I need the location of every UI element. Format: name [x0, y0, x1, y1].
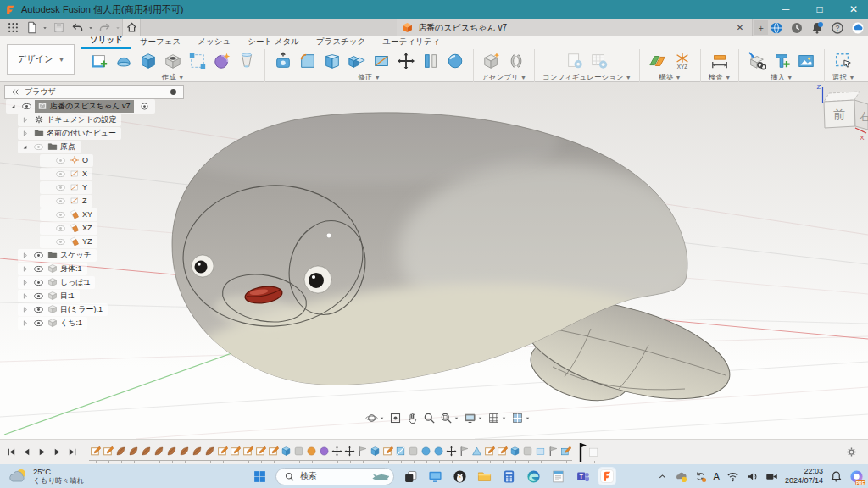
tray-onedrive-icon[interactable]	[675, 470, 687, 483]
timeline-play-button[interactable]	[37, 447, 47, 457]
help-icon[interactable]: ?	[831, 21, 844, 35]
tree-arrow-icon[interactable]	[19, 291, 31, 302]
new-component-icon[interactable]	[481, 51, 502, 71]
look-at-tool[interactable]	[389, 412, 402, 424]
visibility-eye-icon[interactable]	[33, 318, 44, 329]
browser-item-6[interactable]: Y	[4, 180, 184, 194]
browser-item-1[interactable]: ドキュメントの設定	[4, 113, 184, 126]
grid-settings-tool[interactable]	[487, 412, 507, 424]
browser-item-label[interactable]: 原点	[60, 141, 75, 152]
insert-svg-icon[interactable]	[771, 51, 792, 71]
browser-item-label[interactable]: XZ	[82, 224, 92, 232]
measure-icon[interactable]	[709, 51, 730, 71]
timeline-settings-gear-icon[interactable]	[845, 446, 858, 458]
create-sketch-icon[interactable]	[89, 51, 109, 71]
timeline-feature-sketch[interactable]	[102, 444, 114, 459]
browser-item-14[interactable]: 目:1	[4, 289, 184, 302]
press-pull-icon[interactable]	[273, 51, 293, 71]
visibility-eye-icon[interactable]	[33, 291, 44, 302]
hole-icon[interactable]	[163, 51, 183, 71]
timeline-feature-sphere[interactable]	[420, 444, 432, 459]
shell-icon[interactable]	[322, 51, 342, 71]
tree-arrow-icon[interactable]	[19, 250, 31, 261]
home-view-icon[interactable]	[122, 19, 141, 36]
browser-item-label[interactable]: YZ	[82, 237, 92, 246]
timeline-feature-sketch[interactable]	[254, 444, 267, 459]
profile-avatar[interactable]	[851, 21, 865, 35]
visibility-eye-icon[interactable]	[55, 155, 66, 166]
ribbon-tab-3[interactable]: シート メタル	[239, 36, 308, 49]
browser-item-16[interactable]: くち:1	[4, 316, 184, 330]
browser-item-2[interactable]: 名前の付いたビュー	[4, 126, 184, 140]
taskbar-app-file-explorer[interactable]	[476, 468, 492, 485]
taskbar-app-teams[interactable]: T	[574, 468, 591, 485]
taskbar-app-penguin-app[interactable]	[451, 468, 468, 485]
browser-item-label[interactable]: 身体:1	[60, 263, 82, 274]
browser-item-12[interactable]: 身体:1	[4, 262, 184, 275]
notifications-icon[interactable]	[810, 21, 824, 35]
browser-item-11[interactable]: スケッチ	[4, 248, 184, 262]
tray-camera-icon[interactable]	[765, 470, 778, 483]
tray-copilot-icon[interactable]: PRE	[849, 469, 864, 484]
ribbon-tab-5[interactable]: ユーティリティ	[374, 36, 448, 49]
physical-material-icon[interactable]	[445, 51, 465, 71]
taskbar-app-fusion[interactable]	[598, 468, 615, 485]
visibility-eye-icon[interactable]	[33, 250, 44, 261]
browser-item-label[interactable]: 目(ミラー):1	[60, 304, 103, 315]
tree-arrow-icon[interactable]	[19, 277, 31, 288]
ribbon-tab-2[interactable]: メッシュ	[189, 36, 239, 49]
timeline-feature-move[interactable]	[331, 444, 343, 459]
timeline-feature-gray[interactable]	[292, 444, 305, 459]
minimize-button[interactable]: ─	[771, 0, 800, 19]
app-grid-icon[interactable]	[3, 19, 22, 36]
pattern-icon[interactable]	[187, 51, 208, 71]
browser-item-7[interactable]: Z	[4, 194, 184, 208]
browser-item-8[interactable]: XY	[4, 208, 184, 221]
viewport-3d[interactable]: 前 右 Z X ブラウザ 店番のスピスちゃん v7ドキュメントの設定名前の付いた…	[0, 82, 868, 439]
redo-icon[interactable]	[95, 19, 114, 36]
extensions-icon[interactable]	[770, 21, 783, 35]
tree-arrow-icon[interactable]	[19, 114, 31, 125]
timeline-skip-start-button[interactable]	[7, 447, 16, 457]
visibility-eye-icon[interactable]	[55, 196, 66, 207]
browser-item-label[interactable]: XY	[82, 210, 92, 219]
ribbon-tab-0[interactable]: ソリッド	[81, 35, 131, 49]
design-workspace-button[interactable]: デザイン▼	[7, 44, 75, 75]
timeline-feature-sketch[interactable]	[483, 444, 496, 459]
timeline-feature-sketch[interactable]	[381, 444, 394, 459]
visibility-eye-icon[interactable]	[55, 223, 66, 234]
tray-sync-icon[interactable]	[694, 470, 707, 483]
tray-volume-icon[interactable]	[746, 470, 759, 483]
tree-arrow-icon[interactable]	[19, 141, 31, 152]
joint-icon[interactable]	[506, 51, 526, 71]
tray-ime-icon[interactable]: A	[714, 471, 720, 481]
loft-icon[interactable]	[236, 51, 257, 71]
timeline-feature-form[interactable]	[140, 444, 153, 459]
configuration-icon[interactable]	[565, 51, 585, 71]
timeline-feature-sketch[interactable]	[496, 444, 509, 459]
timeline-feature-move[interactable]	[445, 444, 458, 459]
tree-arrow-icon[interactable]	[19, 128, 31, 139]
close-button[interactable]: ✕	[839, 0, 868, 19]
taskbar-clock[interactable]: 22:032024/07/14	[785, 467, 823, 485]
browser-item-5[interactable]: X	[4, 167, 184, 180]
timeline-feature-flag[interactable]	[458, 444, 470, 459]
browser-item-label[interactable]: ドキュメントの設定	[47, 114, 116, 125]
tree-arrow-icon[interactable]	[8, 101, 19, 112]
document-tab[interactable]: 店番のスピスちゃん v7 ✕	[397, 19, 753, 36]
timeline-feature-boxlight[interactable]	[534, 444, 547, 459]
timeline-marker[interactable]	[574, 441, 587, 463]
align-icon[interactable]	[420, 51, 441, 71]
tray-chevron-up-icon[interactable]	[657, 471, 668, 482]
visibility-eye-icon[interactable]	[55, 236, 66, 247]
taskbar-app-edge[interactable]	[525, 468, 542, 485]
taskbar-weather-widget[interactable]: 25°C くもり時々晴れ	[8, 466, 84, 486]
browser-item-label[interactable]: 目:1	[60, 291, 75, 302]
construction-axis-icon[interactable]: XYZ	[672, 51, 693, 71]
timeline-feature-form[interactable]	[203, 444, 216, 459]
browser-item-label[interactable]: Y	[82, 183, 87, 191]
timeline-feature-form[interactable]	[114, 444, 127, 459]
browser-item-label[interactable]: くち:1	[60, 318, 82, 329]
activate-radio-icon[interactable]	[139, 101, 150, 112]
taskbar-app-remote-desktop[interactable]	[426, 468, 443, 485]
